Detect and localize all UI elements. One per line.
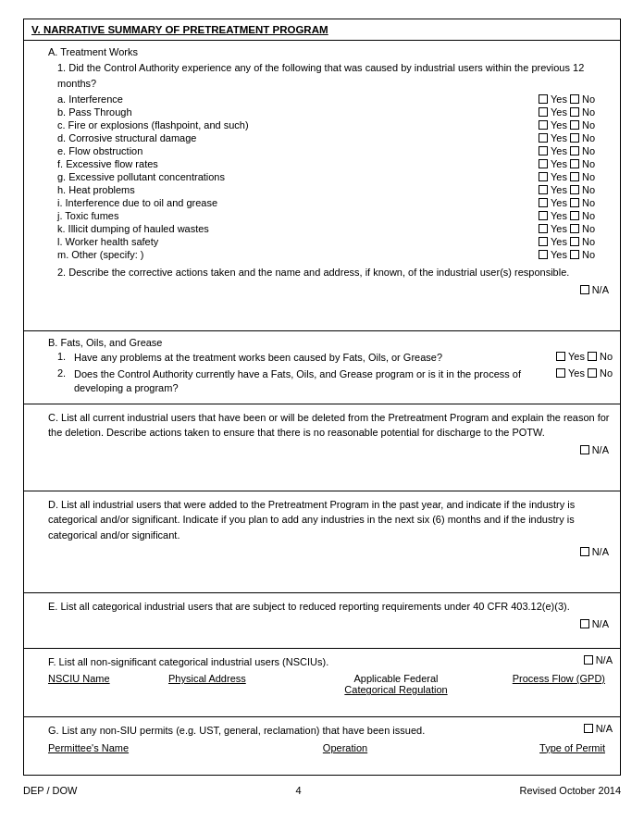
section-g-col-operation-label: Operation (323, 742, 367, 753)
section-e-spacer (31, 631, 613, 642)
section-b-title: B. Fats, Oils, and Grease (31, 337, 613, 348)
item-d-yes-label: Yes (551, 132, 567, 143)
item-h-no-checkbox[interactable] (570, 185, 579, 194)
section-b-q1-yes-label: Yes (568, 351, 585, 362)
item-j-no-checkbox[interactable] (570, 211, 579, 220)
section-b-q1-no-label: No (600, 351, 613, 362)
item-h-yn: Yes No (539, 184, 613, 195)
item-b-yn: Yes No (539, 106, 613, 118)
item-b-yes-checkbox[interactable] (539, 107, 548, 117)
item-b-label: b. Pass Through (57, 106, 539, 118)
section-d-na-checkbox[interactable] (580, 547, 589, 556)
footer-right: Revised October 2014 (520, 785, 621, 796)
item-g-yes-checkbox[interactable] (539, 172, 548, 181)
section-b-q2-yes-label: Yes (568, 367, 585, 379)
item-f-no-checkbox[interactable] (570, 159, 579, 168)
item-d-yn: Yes No (539, 132, 613, 143)
item-c-no-checkbox[interactable] (570, 120, 579, 130)
section-d-spacer (31, 559, 613, 587)
footer: DEP / DOW 4 Revised October 2014 (23, 776, 621, 796)
section-e: E. List all categorical industrial users… (24, 593, 620, 649)
item-k-no-checkbox[interactable] (570, 224, 579, 233)
section-e-na-checkbox[interactable] (580, 619, 589, 628)
item-j-yes-checkbox[interactable] (539, 211, 548, 220)
section-f-col-applicable-line2: Categorical Regulation (289, 684, 503, 695)
item-g-no-checkbox[interactable] (570, 172, 579, 181)
section-b-q2-text: Does the Control Authority currently hav… (74, 367, 539, 396)
section-c-spacer (31, 457, 613, 485)
section-b-q1-text: Have any problems at the treatment works… (74, 351, 539, 365)
item-c-yes-checkbox[interactable] (539, 120, 548, 130)
section-a-q1: 1. Did the Control Authority experience … (31, 60, 613, 91)
item-k-label: k. Illicit dumping of hauled wastes (57, 223, 539, 234)
section-g-na-label: N/A (596, 723, 613, 734)
section-e-text: E. List all categorical industrial users… (31, 599, 613, 615)
footer-center: 4 (295, 785, 301, 796)
section-b-q2-yn: Yes No (539, 367, 613, 379)
section-g-table-header: Permittee's Name Operation Type of Permi… (31, 739, 613, 755)
item-i-yes-checkbox[interactable] (539, 198, 548, 207)
item-m-no-label: No (582, 249, 595, 260)
section-b-q1-yes-checkbox[interactable] (556, 352, 565, 361)
item-l-no-checkbox[interactable] (570, 237, 579, 246)
item-a-label: a. Interference (57, 93, 539, 105)
section-g-header: G. List any non-SIU permits (e.g. UST, g… (31, 723, 613, 739)
item-i-yes-label: Yes (551, 197, 567, 208)
section-b-q2-no-checkbox[interactable] (588, 368, 597, 378)
item-f-yn: Yes No (539, 158, 613, 169)
section-b-q2-yes-checkbox[interactable] (556, 368, 565, 378)
section-f-spacer (31, 697, 613, 711)
item-m-no-checkbox[interactable] (570, 250, 579, 259)
item-a-yes-checkbox[interactable] (539, 94, 548, 104)
item-j-yes-label: Yes (551, 210, 567, 221)
item-e-no-label: No (582, 145, 595, 156)
item-c-yes-label: Yes (551, 119, 567, 131)
section-a-q2-na-checkbox[interactable] (580, 285, 589, 294)
section-g-col-permit: Type of Permit (494, 742, 605, 753)
item-k-row: k. Illicit dumping of hauled wastes Yes … (31, 223, 613, 234)
item-h-yes-checkbox[interactable] (539, 185, 548, 194)
section-f-text: F. List all non-significant categorical … (31, 654, 328, 670)
item-a-yes-label: Yes (551, 93, 567, 105)
item-c-label: c. Fire or explosions (flashpoint, and s… (57, 119, 539, 131)
section-g-na-checkbox[interactable] (584, 724, 593, 733)
item-b-no-checkbox[interactable] (570, 107, 579, 117)
item-f-no-label: No (582, 158, 595, 169)
item-g-label: g. Excessive pollutant concentrations (57, 171, 539, 182)
section-d-na-label: N/A (592, 546, 609, 557)
section-b-q1-yn: Yes No (539, 351, 613, 362)
item-g-row: g. Excessive pollutant concentrations Ye… (31, 171, 613, 182)
section-f-table-header: NSCIU Name Physical Address Applicable F… (31, 669, 613, 697)
section-c-na-label: N/A (592, 444, 609, 455)
item-e-no-checkbox[interactable] (570, 146, 579, 155)
item-b-row: b. Pass Through Yes No (31, 106, 613, 118)
item-f-yes-checkbox[interactable] (539, 159, 548, 168)
item-h-row: h. Heat problems Yes No (31, 184, 613, 195)
section-f-na-checkbox[interactable] (584, 655, 593, 665)
item-d-no-checkbox[interactable] (570, 133, 579, 143)
item-a-no-checkbox[interactable] (570, 94, 579, 104)
section-f-col-applicable-line1: Applicable Federal (289, 673, 503, 684)
section-header: V. NARRATIVE SUMMARY OF PRETREATMENT PRO… (24, 19, 620, 41)
item-j-label: j. Toxic fumes (57, 210, 539, 221)
item-i-no-checkbox[interactable] (570, 198, 579, 207)
section-g-spacer (31, 755, 613, 769)
section-b: B. Fats, Oils, and Grease 1. Have any pr… (24, 331, 620, 404)
item-c-row: c. Fire or explosions (flashpoint, and s… (31, 119, 613, 131)
item-d-row: d. Corrosive structural damage Yes No (31, 132, 613, 143)
item-f-label: f. Excessive flow rates (57, 158, 539, 169)
section-f-na-inline: N/A (580, 654, 613, 665)
item-k-yes-checkbox[interactable] (539, 224, 548, 233)
item-m-yes-checkbox[interactable] (539, 250, 548, 259)
item-l-yes-checkbox[interactable] (539, 237, 548, 246)
item-e-yes-checkbox[interactable] (539, 146, 548, 155)
section-b-q1-no-checkbox[interactable] (588, 352, 597, 361)
section-f-col-process: Process Flow (GPD) (503, 673, 605, 695)
item-j-row: j. Toxic fumes Yes No (31, 210, 613, 221)
section-c-na-checkbox[interactable] (580, 445, 589, 454)
item-d-yes-checkbox[interactable] (539, 133, 548, 143)
section-g-text: G. List any non-SIU permits (e.g. UST, g… (31, 723, 425, 739)
item-a-no-label: No (582, 93, 595, 105)
item-l-row: l. Worker health safety Yes No (31, 236, 613, 247)
item-a-yn: Yes No (539, 93, 613, 105)
